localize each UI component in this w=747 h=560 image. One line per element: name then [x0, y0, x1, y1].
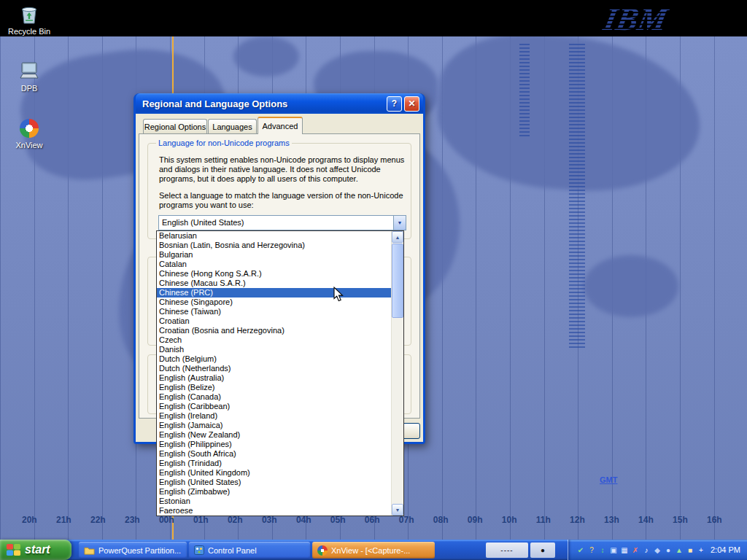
help-button[interactable]: ?	[387, 96, 402, 112]
dropdown-item[interactable]: Belarusian	[157, 231, 391, 241]
alert-icon[interactable]: ✗	[630, 545, 640, 556]
dropdown-item[interactable]: English (Zimbabwe)	[157, 487, 391, 497]
antivirus-icon[interactable]: ▲	[674, 545, 684, 556]
start-label: start	[25, 543, 50, 556]
desktop-icon-xnview[interactable]: XnView	[3, 117, 55, 149]
control-panel-icon	[194, 545, 204, 555]
dialog-titlebar[interactable]: Regional and Language Options ? ✕	[136, 93, 423, 114]
hour-label: 11h	[536, 515, 551, 525]
taskbar-item-control-panel[interactable]: Control Panel	[189, 542, 310, 559]
dropdown-item[interactable]: Czech	[157, 335, 391, 345]
dropdown-item[interactable]: Chinese (Singapore)	[157, 298, 391, 307]
hour-label: 00h	[159, 515, 174, 525]
hour-label: 09h	[468, 515, 483, 525]
dropdown-item[interactable]: English (Ireland)	[157, 411, 391, 421]
select-language-instruction: Select a language to match the language …	[159, 191, 411, 210]
dropdown-item[interactable]: Croatian	[157, 316, 391, 326]
hour-label: 06h	[365, 515, 380, 525]
ibm-logo: IBM	[597, 1, 684, 36]
taskbar-item-powerquest[interactable]: PowerQuest Partition...	[79, 542, 187, 559]
timezone-hatch-band	[519, 44, 530, 139]
desktop-icon-dpb[interactable]: DPB	[3, 60, 55, 93]
hour-label: 07h	[399, 515, 414, 525]
timezone-hour-labels: 20h21h22h23h00h01h02h03h04h05h06h07h08h0…	[22, 515, 722, 525]
hour-label: 05h	[330, 515, 346, 525]
taskbar-item-xnview[interactable]: XnView - [<Capture-...	[312, 542, 435, 559]
continent-shape	[233, 36, 299, 77]
dropdown-item[interactable]: Faeroese	[157, 506, 391, 516]
scrollbar-thumb[interactable]	[392, 244, 403, 318]
dropdown-item[interactable]: Dutch (Belgium)	[157, 354, 391, 364]
desktop-icon-recycle-bin[interactable]: Recycle Bin	[3, 3, 55, 36]
dropdown-item[interactable]: Chinese (Hong Kong S.A.R.)	[157, 269, 391, 279]
messenger-icon[interactable]: ■	[685, 545, 695, 556]
dropdown-item[interactable]: English (Philippines)	[157, 440, 391, 449]
display-settings-icon[interactable]: ▣	[608, 545, 619, 556]
volume-icon[interactable]: ♪	[641, 545, 651, 556]
scroll-down-button[interactable]: ▼	[392, 504, 403, 516]
task-label: PowerQuest Partition...	[98, 546, 181, 555]
nonunicode-description: This system setting enables non-Unicode …	[159, 155, 411, 184]
dropdown-item[interactable]: English (Australia)	[157, 373, 391, 383]
dropdown-item[interactable]: Catalan	[157, 260, 391, 269]
status-check-icon[interactable]: ✔	[576, 545, 586, 556]
dropdown-item[interactable]: English (United Kingdom)	[157, 468, 391, 478]
network-activity-icon[interactable]: ↕	[597, 545, 608, 556]
task-label: XnView - [<Capture-...	[331, 546, 410, 555]
hour-label: 04h	[296, 515, 311, 525]
start-button[interactable]: start	[0, 540, 71, 560]
hour-label: 12h	[570, 515, 585, 525]
dropdown-item[interactable]: English (Jamaica)	[157, 421, 391, 430]
hour-label: 01h	[193, 515, 209, 525]
dropdown-item[interactable]: English (New Zealand)	[157, 430, 391, 440]
dropdown-item[interactable]: Chinese (PRC)	[157, 288, 391, 298]
tab-advanced[interactable]: Advanced	[258, 117, 303, 134]
taskbar-clock: 2:04 PM	[711, 545, 740, 554]
top-banner: IBM	[0, 0, 747, 36]
recycle-bin-icon	[17, 3, 42, 26]
language-combobox[interactable]: English (United States) ▼	[158, 215, 406, 230]
dropdown-item[interactable]: English (Caribbean)	[157, 402, 391, 411]
hour-label: 03h	[262, 515, 277, 525]
task-label: Control Panel	[208, 546, 257, 555]
hour-label: 13h	[604, 515, 619, 525]
dropdown-scrollbar[interactable]: ▲ ▼	[391, 231, 403, 516]
dropdown-item[interactable]: Dutch (Netherlands)	[157, 364, 391, 373]
dropdown-item[interactable]: English (Belize)	[157, 383, 391, 392]
dropdown-item[interactable]: Bosnian (Latin, Bosnia and Herzegovina)	[157, 241, 391, 250]
dropdown-item[interactable]: English (South Africa)	[157, 449, 391, 459]
hour-label: 15h	[673, 515, 688, 525]
dropdown-item[interactable]: English (United States)	[157, 478, 391, 487]
mouse-cursor	[333, 287, 344, 303]
dropdown-item[interactable]: Bulgarian	[157, 250, 391, 260]
hour-label: 22h	[90, 515, 106, 525]
xnview-icon	[17, 117, 42, 140]
dropdown-item[interactable]: Estonian	[157, 497, 391, 506]
laptop-icon	[17, 60, 42, 83]
close-button[interactable]: ✕	[404, 96, 419, 112]
misc-tray-icon[interactable]: +	[696, 545, 706, 556]
nonunicode-group-title: Language for non-Unicode programs	[156, 139, 292, 147]
taskbar-toolbar-icon-button[interactable]: ●	[530, 542, 555, 558]
combobox-dropdown-arrow-icon[interactable]: ▼	[393, 216, 406, 230]
dropdown-item[interactable]: Chinese (Macau S.A.R.)	[157, 279, 391, 288]
update-notify-icon[interactable]: ?	[587, 545, 597, 556]
dropdown-item[interactable]: Chinese (Taiwan)	[157, 307, 391, 316]
partition-tool-icon[interactable]: ▦	[619, 545, 630, 556]
hour-label: 02h	[228, 515, 243, 525]
gmt-label: GMT	[600, 475, 617, 484]
dropdown-item[interactable]: English (Trinidad)	[157, 459, 391, 468]
hour-label: 21h	[56, 515, 71, 525]
tab-regional-options[interactable]: Regional Options	[143, 119, 207, 133]
scroll-up-button[interactable]: ▲	[392, 231, 403, 243]
usb-device-icon[interactable]: ◆	[652, 545, 662, 556]
tab-languages[interactable]: Languages	[208, 119, 257, 133]
dropdown-item[interactable]: Croatian (Bosnia and Herzegovina)	[157, 326, 391, 335]
dropdown-item[interactable]: English (Canada)	[157, 392, 391, 402]
dialog-title: Regional and Language Options	[142, 98, 384, 109]
continent-shape	[584, 255, 678, 317]
scheduler-icon[interactable]: ●	[663, 545, 673, 556]
language-dropdown-list: BelarusianBosnian (Latin, Bosnia and Her…	[156, 230, 404, 516]
dropdown-item[interactable]: Danish	[157, 345, 391, 354]
taskbar-toolbar[interactable]: ----	[486, 542, 528, 558]
